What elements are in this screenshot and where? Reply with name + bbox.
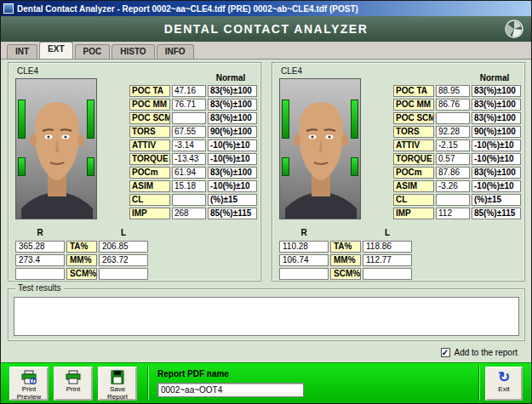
panel-title: CLE4 [281,66,302,76]
test-results-group: Test results [8,288,525,341]
analysis-panel-pre: CLE4 Normal P [8,62,261,282]
measure-value: 92.28 [436,126,470,138]
rl-row: SCM% [15,268,148,280]
rl-label: MM% [330,254,361,266]
footer-separator [478,366,480,401]
measure-value [172,194,206,206]
measure-normal: -10(%)±10 [472,153,521,165]
measure-normal: 83(%)±100 [208,167,257,179]
exit-label: Exit [498,385,509,393]
measure-value: 88.95 [436,85,470,97]
measure-label: TORQUE [129,153,170,165]
measure-value: 86.76 [436,99,470,111]
header-band: DENTAL CONTACT ANALYZER [1,16,531,42]
measure-row: ATTIV-3.14-10(%)±10 [129,139,257,151]
l-header: L [99,228,148,239]
muscle-bar-left-upper [18,100,26,139]
shutter-logo-icon [504,19,524,39]
r-value [279,268,329,280]
exit-button[interactable]: ↻ Exit [485,367,523,401]
measure-row: IMP11285(%)±115 [393,208,521,219]
tab-ext[interactable]: EXT [39,42,72,59]
measure-label: ATTIV [129,139,170,151]
measure-row: POC TA88.9583(%)±100 [393,85,521,97]
measure-label: CL [129,194,170,206]
measure-normal: (%)±15 [208,194,257,206]
measure-normal: -10(%)±10 [208,139,257,151]
measure-row: POC TA47.1683(%)±100 [129,85,257,97]
measure-value: 87.86 [436,167,470,179]
printer-icon [65,370,82,385]
measure-label: TORQUE [393,153,434,165]
measure-label: POC MM [129,99,170,111]
measure-value [436,112,470,124]
tab-poc[interactable]: POC [75,44,111,59]
face-image [279,78,361,219]
measure-label: POC SCM [129,112,170,124]
measure-normal: -10(%)±10 [208,153,257,165]
measure-label: POCm [393,167,434,179]
muscle-bar-right-upper [87,100,94,139]
test-results-textarea[interactable] [14,297,519,336]
print-preview-button[interactable]: Print Preview [9,367,49,401]
measure-row: POC SCM83(%)±100 [129,112,257,124]
measure-value: 61.94 [172,167,206,179]
muscle-bar-right-upper [351,100,358,139]
l-value: 206.85 [99,241,148,253]
measure-row: ATTIV-2.15-10(%)±10 [393,139,521,151]
normal-header: Normal [470,73,519,83]
window-titlebar: Dental Contact Analyzer - Report 0002~aa… [1,1,531,16]
rl-label: MM% [66,254,97,266]
r-header: R [279,228,329,239]
tab-histo[interactable]: HISTO [112,44,154,59]
print-button[interactable]: Print [54,367,93,401]
tab-info[interactable]: INFO [157,44,194,59]
tabstrip: INT EXT POC HISTO INFO [1,42,531,60]
measure-label: ATTIV [393,139,434,151]
measure-normal: -10(%)±10 [472,139,521,151]
measure-value: 67.55 [172,126,206,138]
measure-value: -13.43 [172,153,206,165]
rl-row: 273.4MM%263.72 [15,254,148,266]
l-value: 263.72 [99,254,148,266]
measure-row: POCm61.9483(%)±100 [129,167,257,179]
muscle-bar-left-upper [282,100,289,139]
tab-int[interactable]: INT [7,44,37,59]
l-value: 118.86 [363,241,412,253]
head-render [280,79,361,219]
add-to-report-option: Add to the report [441,348,518,357]
panel-title: CLE4 [17,66,38,76]
measure-normal: (%)±15 [472,194,521,206]
measure-row: TORQUE-13.43-10(%)±10 [129,153,257,165]
measure-row: POCm87.8683(%)±100 [393,167,521,179]
measure-label: TORS [129,126,170,138]
measure-row: POC MM86.7683(%)±100 [393,99,521,111]
measure-normal: 85(%)±115 [208,208,257,219]
measure-normal: 83(%)±100 [472,112,521,124]
measure-row: CL(%)±15 [393,194,521,206]
head-render [16,79,97,219]
measure-row: ASIM-3.26-10(%)±10 [393,180,521,192]
measurement-table: Normal POC TA88.9583(%)±100 POC MM86.768… [393,73,521,221]
measure-row: POC MM76.7183(%)±100 [129,99,257,111]
save-icon [109,370,126,385]
measure-value: 47.16 [172,85,206,97]
measure-value: -3.14 [172,139,206,151]
app-icon [3,3,14,14]
add-to-report-label: Add to the report [455,348,518,357]
measure-value: 268 [172,208,206,219]
add-to-report-checkbox[interactable] [441,348,450,357]
measure-normal: 85(%)±115 [472,208,521,219]
measure-normal: 90(%)±100 [472,126,521,138]
footer-separator [147,366,149,401]
measure-normal: 83(%)±100 [472,99,521,111]
measure-row: CL(%)±15 [129,194,257,206]
pdf-name-input[interactable] [157,383,304,397]
measure-label: CL [393,194,434,206]
window-title: Dental Contact Analyzer - Report 0002~aa… [17,4,358,14]
pdf-name-label: Report PDF name [157,369,229,378]
analysis-panel-post: CLE4 Normal P [272,62,525,282]
r-header: R [15,228,65,239]
save-report-button[interactable]: Save Report [98,367,137,401]
footer-toolbar: Print Preview Print Save Report Report P… [1,362,531,403]
